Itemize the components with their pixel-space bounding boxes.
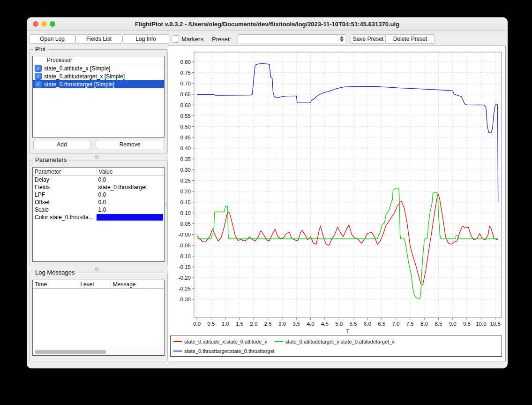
markers-checkbox[interactable] (172, 35, 179, 43)
svg-text:0.0: 0.0 (193, 321, 201, 327)
svg-text:7.5: 7.5 (406, 321, 414, 327)
parameters-group-title: Parameters (33, 156, 68, 163)
item-checkbox[interactable]: ✓ (35, 65, 42, 72)
window-title: FlightPlot v.0.3.2 - /Users/oleg/Documen… (27, 21, 508, 28)
parameter-name: Offset (33, 199, 97, 206)
item-checkbox[interactable]: ✓ (35, 73, 42, 80)
svg-text:2.5: 2.5 (264, 321, 272, 327)
fields-list-button[interactable]: Fields List (75, 34, 122, 44)
parameter-value[interactable]: 1.0 (97, 206, 164, 213)
svg-text:9.0: 9.0 (449, 321, 457, 327)
svg-text:T: T (346, 328, 350, 334)
delete-preset-button[interactable]: Delete Preset (386, 34, 435, 44)
parameter-row[interactable]: Delay0.0 (33, 176, 164, 183)
plot-list-item[interactable]: ✓state_0.attitude_x [Simple] (33, 64, 164, 72)
parameter-name: Fields (33, 184, 97, 191)
scrollbar-thumb[interactable] (35, 350, 106, 354)
col-value: Value (97, 168, 164, 175)
svg-text:-0.25: -0.25 (179, 286, 191, 291)
log-messages-header: Time Level Message (33, 280, 164, 289)
svg-text:0.10: 0.10 (180, 210, 191, 216)
parameter-name: Delay (33, 176, 97, 183)
parameter-row[interactable]: Color state_0.thrustta... (33, 214, 164, 221)
plot-list-item[interactable]: ✓state_0.thrusttarget [Simple] (33, 80, 164, 88)
chart-legend: state_0.attitude_x:state_0.attitude_xsta… (170, 336, 502, 357)
svg-text:5.5: 5.5 (350, 321, 357, 327)
legend-entry: state_0.thrusttarget:state_0.thrusttarge… (173, 348, 275, 354)
parameters-table-header: Parameter Value (33, 168, 164, 176)
log-info-button[interactable]: Log Info (122, 34, 169, 44)
svg-text:8.5: 8.5 (435, 321, 442, 327)
combo-stepper-icon[interactable] (338, 36, 345, 42)
svg-text:0.5: 0.5 (207, 321, 215, 327)
svg-text:0.50: 0.50 (180, 124, 191, 130)
svg-text:-0.10: -0.10 (179, 253, 191, 259)
parameters-table[interactable]: Parameter Value Delay0.0Fieldsstate_0.th… (32, 167, 165, 262)
svg-text:-0.30: -0.30 (179, 297, 191, 302)
col-time: Time (33, 281, 78, 288)
svg-text:0.15: 0.15 (180, 199, 191, 205)
svg-text:0.70: 0.70 (180, 81, 191, 86)
svg-text:-0.15: -0.15 (179, 264, 191, 270)
plot-group: Plot Processor ✓state_0.attitude_x [Simp… (29, 49, 168, 154)
svg-text:0.55: 0.55 (180, 113, 191, 119)
log-messages-group-title: Log Messages (33, 269, 77, 276)
title-bar[interactable]: FlightPlot v.0.3.2 - /Users/oleg/Documen… (27, 17, 508, 31)
legend-entry: state_0.attitudetarget_x:state_0.attitud… (275, 339, 395, 344)
svg-text:-0.05: -0.05 (179, 243, 191, 248)
chart-panel: -0.30-0.25-0.20-0.15-0.10-0.05-0.000.050… (168, 46, 506, 361)
horizontal-scrollbar[interactable] (33, 349, 164, 355)
parameter-row[interactable]: Fieldsstate_0.thrusttarget (33, 183, 164, 191)
plot-list[interactable]: Processor ✓state_0.attitude_x [Simple]✓s… (32, 56, 165, 138)
plot-list-item[interactable]: ✓state_0.attitudetarget_x [Simple] (33, 72, 164, 80)
parameter-row[interactable]: Offset0.0 (33, 199, 164, 206)
svg-text:7.0: 7.0 (392, 321, 399, 327)
splitter-handle[interactable] (95, 155, 99, 159)
parameter-value[interactable]: 0.0 (97, 191, 164, 198)
parameters-group: Parameters Parameter Value Delay0.0Field… (29, 160, 168, 266)
svg-text:8.0: 8.0 (420, 321, 428, 327)
parameter-value[interactable]: 0.0 (97, 176, 164, 183)
col-level: Level (78, 281, 110, 288)
svg-text:3.5: 3.5 (292, 321, 300, 327)
svg-text:0.40: 0.40 (180, 145, 191, 151)
svg-text:4.0: 4.0 (307, 321, 315, 327)
plot-group-title: Plot (33, 46, 47, 53)
log-messages-group: Log Messages Time Level Message (29, 273, 168, 361)
add-button[interactable]: Add (33, 140, 90, 149)
svg-text:-0.00: -0.00 (179, 232, 191, 237)
parameter-row[interactable]: Scale1.0 (33, 206, 164, 214)
parameter-name: LPF (33, 191, 97, 198)
svg-text:0.05: 0.05 (180, 221, 191, 227)
item-label: state_0.attitude_x [Simple] (44, 65, 110, 72)
parameter-value[interactable]: 0.0 (97, 199, 164, 206)
plot-list-body: ✓state_0.attitude_x [Simple]✓state_0.att… (33, 64, 164, 88)
log-messages-table[interactable]: Time Level Message (32, 280, 165, 356)
svg-text:10.0: 10.0 (476, 321, 486, 327)
save-preset-button[interactable]: Save Preset (351, 34, 386, 44)
svg-text:0.30: 0.30 (180, 167, 191, 173)
svg-text:0.35: 0.35 (180, 156, 191, 162)
legend-entry: state_0.attitude_x:state_0.attitude_x (173, 339, 267, 344)
col-message: Message (111, 281, 164, 288)
legend-line-icon (173, 351, 182, 352)
svg-text:0.20: 0.20 (180, 189, 191, 194)
svg-text:0.45: 0.45 (180, 135, 191, 140)
item-checkbox[interactable]: ✓ (35, 81, 42, 88)
color-swatch[interactable] (97, 214, 163, 221)
svg-text:0.25: 0.25 (180, 178, 191, 183)
preset-label: Preset: (212, 36, 231, 43)
remove-button[interactable]: Remove (96, 140, 164, 149)
preset-combobox[interactable] (238, 34, 346, 44)
flight-chart[interactable]: -0.30-0.25-0.20-0.15-0.10-0.05-0.000.050… (169, 47, 504, 334)
legend-label: state_0.attitude_x:state_0.attitude_x (184, 339, 267, 344)
svg-text:-0.20: -0.20 (179, 275, 191, 281)
parameter-value[interactable]: state_0.thrusttarget (97, 184, 164, 191)
svg-text:0.75: 0.75 (180, 70, 191, 76)
splitter-handle[interactable] (95, 267, 99, 271)
parameter-row[interactable]: LPF0.0 (33, 191, 164, 199)
col-parameter: Parameter (33, 168, 97, 175)
open-log-button[interactable]: Open Log (29, 34, 75, 44)
plot-list-header: Processor (33, 56, 164, 64)
svg-text:0.80: 0.80 (180, 59, 191, 65)
